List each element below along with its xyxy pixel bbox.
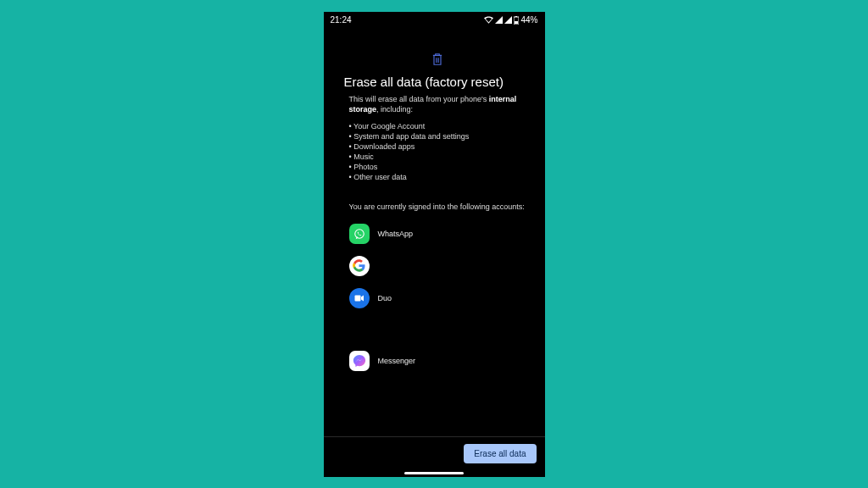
trash-icon xyxy=(349,53,526,66)
whatsapp-icon xyxy=(349,224,370,244)
desc-pre: This will erase all data from your phone… xyxy=(349,95,489,103)
account-duo[interactable]: Duo xyxy=(349,286,526,310)
page-title: Erase all data (factory reset) xyxy=(344,75,526,89)
account-label: Duo xyxy=(378,294,392,302)
battery-text: 44% xyxy=(520,15,537,25)
nav-handle[interactable] xyxy=(404,472,464,474)
status-bar: 21:24 44% xyxy=(324,12,545,29)
erase-all-data-button[interactable]: Erase all data xyxy=(464,444,536,463)
desc-post: , including: xyxy=(376,105,413,114)
google-icon xyxy=(349,256,370,276)
svg-rect-1 xyxy=(515,16,517,17)
description: This will erase all data from your phone… xyxy=(349,94,526,114)
bullet-item: Photos xyxy=(349,162,526,172)
account-google[interactable] xyxy=(349,254,526,278)
bullet-item: Music xyxy=(349,152,526,162)
battery-icon xyxy=(514,16,519,25)
bullet-item: Downloaded apps xyxy=(349,141,526,152)
signal-icon xyxy=(495,16,503,24)
status-time: 21:24 xyxy=(331,15,352,25)
svg-rect-2 xyxy=(515,21,518,24)
content-area: Erase all data (factory reset) This will… xyxy=(324,53,545,373)
messenger-icon xyxy=(349,351,370,371)
account-messenger[interactable]: Messenger xyxy=(349,349,526,373)
phone-frame: 21:24 44% Erase all data (factory reset)… xyxy=(324,12,545,477)
svg-point-3 xyxy=(354,230,364,239)
bullet-item: System and app data and settings xyxy=(349,131,526,141)
bullet-item: Your Google Account xyxy=(349,121,526,131)
account-list: WhatsApp Duo xyxy=(349,222,526,373)
account-label: WhatsApp xyxy=(378,230,414,238)
bullet-item: Other user data xyxy=(349,172,526,182)
account-whatsapp[interactable]: WhatsApp xyxy=(349,222,526,246)
footer-bar: Erase all data xyxy=(324,436,545,477)
signed-in-text: You are currently signed into the follow… xyxy=(349,202,526,212)
bullet-list: Your Google Account System and app data … xyxy=(349,121,526,183)
signal-icon-2 xyxy=(504,16,512,24)
status-right: 44% xyxy=(484,15,537,25)
svg-rect-4 xyxy=(354,295,360,301)
account-label: Messenger xyxy=(378,357,416,365)
wifi-icon xyxy=(484,16,493,24)
duo-icon xyxy=(349,288,370,308)
